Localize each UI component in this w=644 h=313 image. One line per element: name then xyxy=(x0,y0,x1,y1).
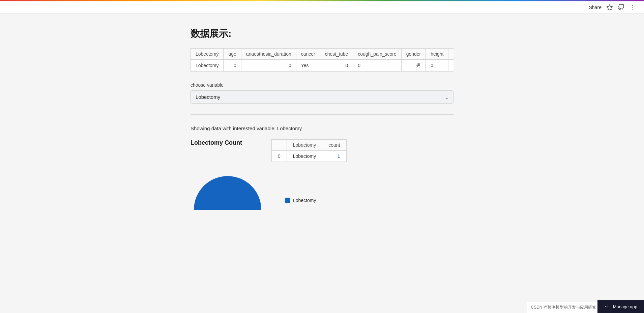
star-button[interactable] xyxy=(606,4,613,11)
legend-color-dot xyxy=(285,198,290,203)
col-header-age: age xyxy=(224,49,241,60)
col-header-cancer: cancer xyxy=(296,49,320,60)
variable-select[interactable]: Lobectomyageanaesthesia_durationcancerch… xyxy=(191,90,453,104)
section-title: 数据展示: xyxy=(191,27,453,40)
more-button[interactable] xyxy=(629,4,636,11)
col-header-id: id xyxy=(448,49,453,60)
chart-legend: Lobectomy xyxy=(285,198,316,217)
table-cell: 男 xyxy=(401,60,426,72)
col-header-gender: gender xyxy=(401,49,426,60)
showing-label: Showing data with interested variable: L… xyxy=(191,125,453,131)
col-header-height: height xyxy=(426,49,448,60)
svg-point-1 xyxy=(632,5,633,6)
main-content: 数据展示: Lobectomy age anaesthesia_duration… xyxy=(184,14,460,237)
data-table: Lobectomy age anaesthesia_duration cance… xyxy=(191,48,453,72)
count-table-cell: Lobectomy xyxy=(287,151,322,162)
table-cell: 0 xyxy=(353,60,401,72)
count-col-count: count xyxy=(322,140,346,151)
section-divider xyxy=(191,114,453,115)
data-table-wrap: Lobectomy age anaesthesia_duration cance… xyxy=(191,48,453,72)
legend-label: Lobectomy xyxy=(293,198,316,203)
star-icon xyxy=(606,4,613,11)
more-icon xyxy=(629,4,636,11)
github-icon xyxy=(618,4,624,11)
table-row: Lobectomy00Yes00男0 xyxy=(191,60,454,72)
table-cell xyxy=(448,60,453,72)
col-header-cough-pain: cough_pain_score xyxy=(353,49,401,60)
csdn-label: CSDN @预测模型的开发与应用研究 xyxy=(527,302,600,313)
share-button[interactable]: Share xyxy=(589,5,602,10)
table-cell: 0 xyxy=(426,60,448,72)
count-col-index xyxy=(272,140,287,151)
table-cell: Lobectomy xyxy=(191,60,224,72)
github-button[interactable] xyxy=(618,4,624,11)
svg-point-2 xyxy=(632,7,633,8)
table-cell: 0 xyxy=(320,60,353,72)
manage-app-label: Manage app xyxy=(613,304,637,309)
chart-section: Lobectomy xyxy=(191,173,453,217)
count-table-header: Lobectomy count xyxy=(272,140,347,151)
count-col-lobectomy: Lobectomy xyxy=(287,140,322,151)
svg-marker-0 xyxy=(607,5,613,10)
col-header-chest-tube: chest_tube xyxy=(320,49,353,60)
count-section: Lobectomy Count Lobectomy count 0Lobecto… xyxy=(191,139,453,162)
header-toolbar: Share xyxy=(0,1,644,14)
manage-app-bar[interactable]: ← Manage app xyxy=(597,300,644,313)
choose-variable-label: choose variable xyxy=(191,82,453,88)
table-cell: Yes xyxy=(296,60,320,72)
count-table: Lobectomy count 0Lobectomy1 xyxy=(271,139,347,162)
count-table-cell: 0 xyxy=(272,151,287,162)
svg-point-3 xyxy=(632,9,633,10)
variable-select-wrap: Lobectomyageanaesthesia_durationcancerch… xyxy=(191,90,453,104)
pie-chart-wrap xyxy=(191,173,265,217)
col-header-lobectomy: Lobectomy xyxy=(191,49,224,60)
col-header-anaesthesia: anaesthesia_duration xyxy=(241,49,296,60)
count-table-cell: 1 xyxy=(322,151,346,162)
legend-item: Lobectomy xyxy=(285,198,316,203)
manage-app-arrow: ← xyxy=(604,304,610,310)
count-title: Lobectomy Count xyxy=(191,139,251,146)
table-cell: 0 xyxy=(241,60,296,72)
table-header-row: Lobectomy age anaesthesia_duration cance… xyxy=(191,49,454,60)
pie-chart-svg xyxy=(191,173,265,217)
table-cell: 0 xyxy=(224,60,241,72)
count-table-row: 0Lobectomy1 xyxy=(272,151,347,162)
